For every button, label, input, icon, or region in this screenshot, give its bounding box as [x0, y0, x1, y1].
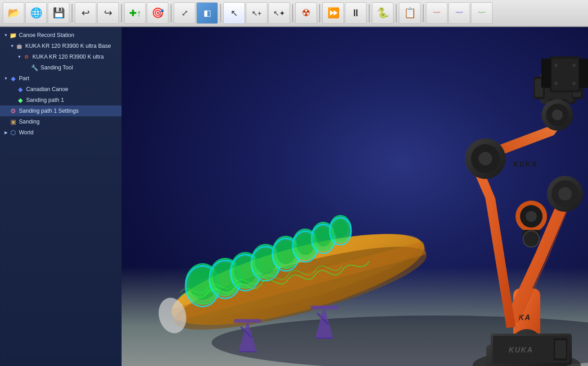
open-folder-button[interactable]: 📂 — [3, 2, 24, 24]
path3-button[interactable]: 〰 — [471, 2, 493, 24]
svg-point-78 — [572, 64, 576, 67]
svg-point-28 — [333, 220, 348, 238]
separator-6 — [319, 4, 320, 22]
scene-tree-panel: ▼ 📁 Canoe Record Station ▼ 🤖 KUKA KR 120… — [0, 27, 122, 366]
path1-button[interactable]: 〰 — [426, 2, 448, 24]
select-path-button[interactable]: ↖✦ — [268, 2, 290, 24]
toolbar: 📂 🌐 💾 ↩ ↪ ✚↑ 🎯 ⤢ ◧ ↖ ↖+ ↖✦ ☢ ⏩ ⏸ 🐍 📋 〰 〰… — [0, 0, 588, 27]
svg-rect-76 — [579, 59, 588, 88]
redo-button[interactable]: ↪ — [97, 2, 119, 24]
svg-point-79 — [554, 82, 558, 85]
tree-label-sanding-path-settings: Sanding path 1 Settings — [19, 108, 79, 114]
python-button[interactable]: 🐍 — [372, 2, 394, 24]
tree-item-kuka-robot[interactable]: ▼ ⚙ KUKA KR 120 R3900 K ultra — [0, 51, 122, 62]
tree-label-sanding-path-1: Sanding path 1 — [26, 97, 64, 103]
fit-all-button[interactable]: ⤢ — [174, 2, 195, 24]
save-button[interactable]: 💾 — [48, 2, 69, 24]
separator-4 — [220, 4, 221, 22]
svg-point-48 — [558, 187, 572, 201]
svg-text:KUKA: KUKA — [509, 346, 533, 354]
robot-scene-svg: KUKA — [122, 27, 588, 366]
svg-rect-75 — [541, 59, 551, 88]
part-icon: ◆ — [9, 74, 17, 82]
separator-8 — [396, 4, 397, 22]
svg-point-64 — [526, 211, 537, 222]
separator-7 — [369, 4, 370, 22]
tree-label-sanding-tool: Sanding Tool — [41, 64, 73, 71]
main-content: ▼ 📁 Canoe Record Station ▼ 🤖 KUKA KR 120… — [0, 27, 588, 366]
tree-arrow-sanding — [3, 119, 9, 125]
separator-1 — [72, 4, 72, 22]
3d-viewport[interactable]: KUKA — [122, 27, 588, 366]
tree-arrow-sanding-tool — [24, 64, 31, 71]
separator-9 — [423, 4, 424, 22]
separator-3 — [171, 4, 172, 22]
tree-item-canadian-canoe[interactable]: ◆ Canadian Canoe — [0, 84, 122, 95]
tree-arrow-kuka-robot: ▼ — [16, 54, 23, 60]
fast-forward-button[interactable]: ⏩ — [322, 2, 344, 24]
svg-text:KUKA: KUKA — [513, 160, 538, 168]
svg-rect-74 — [552, 59, 579, 90]
document-button[interactable]: 📋 — [399, 2, 421, 24]
svg-point-58 — [479, 152, 492, 165]
tree-item-part[interactable]: ▼ ◆ Part — [0, 73, 122, 84]
tree-arrow-canoe — [10, 86, 16, 92]
select-move-button[interactable]: ↖+ — [246, 2, 267, 24]
add-move-button[interactable]: ✚↑ — [124, 2, 146, 24]
svg-rect-31 — [234, 319, 261, 323]
sanding-icon: ▣ — [9, 118, 17, 126]
svg-point-66 — [523, 231, 539, 247]
separator-2 — [121, 4, 122, 22]
select-button[interactable]: ↖ — [223, 2, 245, 24]
tree-item-sanding-path-1[interactable]: ◆ Sanding path 1 — [0, 95, 122, 105]
tree-item-sanding-path-settings[interactable]: ⚙ Sanding path 1 Settings — [0, 105, 122, 116]
tree-label-kuka-robot: KUKA KR 120 R3900 K ultra — [32, 54, 104, 60]
web-button[interactable]: 🌐 — [25, 2, 47, 24]
svg-rect-71 — [555, 340, 566, 358]
tree-label-sanding: Sanding — [19, 119, 40, 125]
svg-rect-35 — [311, 306, 338, 309]
tree-arrow-world: ▶ — [3, 129, 9, 136]
radiation-button[interactable]: ☢ — [295, 2, 317, 24]
svg-point-25 — [315, 227, 331, 247]
tree-arrow-canoe-record: ▼ — [3, 32, 9, 38]
tree-arrow-kuka-base: ▼ — [9, 43, 15, 49]
target-button[interactable]: 🎯 — [147, 2, 168, 24]
tree-label-canadian-canoe: Canadian Canoe — [26, 86, 68, 92]
sanding-path-settings-icon: ⚙ — [9, 107, 17, 115]
sanding-path-icon: ◆ — [16, 96, 24, 104]
tree-label-part: Part — [19, 75, 29, 82]
robot-base-icon: 🤖 — [15, 42, 23, 50]
tree-label-world: World — [19, 129, 33, 136]
tree-arrow-sanding-path-1 — [10, 97, 16, 103]
pause-button[interactable]: ⏸ — [345, 2, 366, 24]
tree-item-kuka-base[interactable]: ▼ 🤖 KUKA KR 120 R3900 K ultra Base — [0, 41, 122, 51]
3d-view-button[interactable]: ◧ — [196, 2, 218, 24]
undo-button[interactable]: ↩ — [75, 2, 96, 24]
tree-arrow-part: ▼ — [3, 75, 9, 82]
tree-label-canoe-record: Canoe Record Station — [19, 32, 74, 38]
svg-point-80 — [572, 82, 576, 85]
tree-item-canoe-record[interactable]: ▼ 📁 Canoe Record Station — [0, 30, 122, 41]
svg-point-61 — [552, 110, 563, 120]
svg-point-77 — [554, 64, 558, 67]
path2-button[interactable]: 〰 — [448, 2, 470, 24]
station-icon: 📁 — [9, 31, 17, 39]
world-icon: ⬡ — [9, 128, 17, 137]
tree-item-world[interactable]: ▶ ⬡ World — [0, 127, 122, 138]
tree-arrow-settings — [3, 108, 9, 114]
tree-label-kuka-base: KUKA KR 120 R3900 K ultra Base — [25, 43, 111, 49]
tree-item-sanding[interactable]: ▣ Sanding — [0, 116, 122, 127]
separator-5 — [292, 4, 293, 22]
robot-icon: ⚙ — [23, 53, 31, 61]
sanding-tool-icon: 🔧 — [31, 64, 39, 72]
canoe-icon: ◆ — [16, 85, 24, 93]
tree-item-sanding-tool[interactable]: 🔧 Sanding Tool — [0, 62, 122, 73]
